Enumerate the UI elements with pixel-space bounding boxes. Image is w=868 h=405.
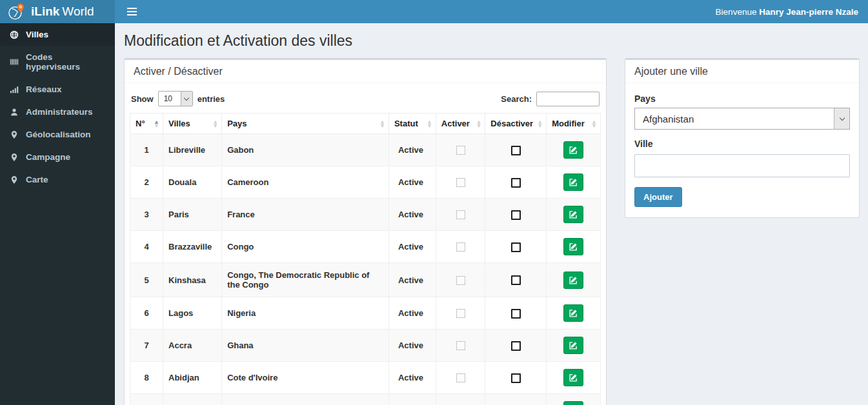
ville-cell: Brazzaville <box>163 231 222 263</box>
show-label: Show <box>131 94 154 104</box>
sidebar-item-label: Campagne <box>26 152 70 162</box>
sidebar-item-label: Codes hyperviseurs <box>26 52 105 72</box>
sidebar-item-campagne[interactable]: Campagne <box>0 146 115 168</box>
modifier-button[interactable] <box>563 272 583 289</box>
column-header-desactiver[interactable]: Désactiver▲▼ <box>485 114 547 134</box>
modifier-cell <box>547 330 601 362</box>
desactiver-cell <box>485 394 547 405</box>
sidebar-toggle-menu-icon[interactable] <box>125 4 139 19</box>
sort-icon: ▲▼ <box>537 120 543 128</box>
sort-icon: ▲▼ <box>212 120 218 128</box>
column-header-label: Pays <box>227 119 247 128</box>
sidebar-item-codes-hyperviseurs[interactable]: Codes hyperviseurs <box>0 46 115 78</box>
modifier-button[interactable] <box>563 304 583 322</box>
table-row: 2DoualaCameroonActive <box>130 166 601 199</box>
activer-checkbox <box>456 210 465 219</box>
page-length-select[interactable]: 10 <box>158 91 193 106</box>
column-header-label: Activer <box>441 119 470 128</box>
modifier-cell <box>547 166 601 199</box>
sort-icon: ▲▼ <box>591 120 597 128</box>
ville-label: Ville <box>634 139 850 149</box>
sort-icon: ▲▼ <box>154 120 159 128</box>
ville-cell: Lagos <box>163 297 222 330</box>
globe-icon <box>10 30 19 39</box>
activer-cell <box>436 297 485 330</box>
signal-bars-icon <box>10 85 19 94</box>
page-title: Modification et Activation des villes <box>124 32 860 50</box>
modifier-cell <box>547 297 601 330</box>
column-header-n[interactable]: N°▲▼ <box>130 114 163 134</box>
user-icon <box>10 108 19 117</box>
statut-cell: Active <box>389 134 436 166</box>
add-city-panel: Ajouter une ville Pays Afghanistan Ville… <box>625 58 860 218</box>
table-row: 7AccraGhanaActive <box>130 330 601 362</box>
activer-checkbox <box>456 276 465 285</box>
column-header-statut[interactable]: Statut▲▼ <box>389 114 436 134</box>
desactiver-cell <box>485 330 547 362</box>
pays-cell: France <box>222 199 389 231</box>
ville-cell: Douala <box>163 166 222 199</box>
sidebar-item-administrateurs[interactable]: Administrateurs <box>0 101 115 123</box>
sidebar-menu: VillesCodes hyperviseursRéseauxAdministr… <box>0 23 115 191</box>
desactiver-cell <box>485 199 547 231</box>
sidebar-item-villes[interactable]: Villes <box>0 23 115 46</box>
ville-input[interactable] <box>634 154 850 177</box>
sidebar-item-label: Administrateurs <box>26 107 93 117</box>
row-number-cell: 7 <box>130 330 163 362</box>
modifier-button[interactable] <box>563 206 583 223</box>
desactiver-checkbox[interactable] <box>511 275 521 285</box>
cities-table: N°▲▼Villes▲▼Pays▲▼Statut▲▼Activer▲▼Désac… <box>130 113 601 405</box>
statut-cell: Active <box>389 263 436 297</box>
edit-icon <box>569 178 578 186</box>
row-number-cell: 6 <box>130 297 163 330</box>
modifier-button[interactable] <box>563 173 583 191</box>
column-header-activer[interactable]: Activer▲▼ <box>436 114 485 134</box>
modifier-button[interactable] <box>563 401 583 405</box>
sidebar-item-reseaux[interactable]: Réseaux <box>0 78 115 101</box>
desactiver-checkbox[interactable] <box>511 341 521 351</box>
column-header-villes[interactable]: Villes▲▼ <box>163 114 222 134</box>
sidebar-item-geolocalisation[interactable]: Géolocalisation <box>0 123 115 146</box>
modifier-button[interactable] <box>563 337 583 354</box>
activer-checkbox <box>456 309 465 318</box>
brand-name-bold: iLink <box>31 5 59 18</box>
table-row: 1LibrevilleGabonActive <box>130 134 601 166</box>
modifier-button[interactable] <box>563 141 583 159</box>
table-panel-title: Activer / Désactiver <box>125 60 606 83</box>
desactiver-checkbox[interactable] <box>511 178 521 188</box>
modifier-button[interactable] <box>563 369 583 386</box>
sidebar-item-carte[interactable]: Carte <box>0 168 115 191</box>
edit-icon <box>569 276 578 284</box>
column-header-pays[interactable]: Pays▲▼ <box>222 114 389 134</box>
pays-cell: Congo, The Democratic Republic of the Co… <box>222 263 389 297</box>
cities-table-panel: Activer / Désactiver Show 10 entries Sea… <box>124 58 607 405</box>
welcome-message: Bienvenue Hanry Jean-pierre Nzale <box>716 7 858 17</box>
ajouter-button[interactable]: Ajouter <box>634 187 682 207</box>
ville-cell: Abidjan <box>163 362 222 394</box>
ville-cell: Accra <box>163 330 222 362</box>
row-number-cell: 5 <box>130 263 163 297</box>
pays-cell: Nigeria <box>222 297 389 330</box>
welcome-prefix: Bienvenue <box>716 7 760 17</box>
desactiver-cell <box>485 134 547 166</box>
brand-logo[interactable]: iLinkWorld <box>0 0 115 23</box>
pays-cell: Cote d'Ivoire <box>222 362 389 394</box>
pays-cell: Cameroon <box>222 166 389 199</box>
activer-cell <box>436 166 485 199</box>
sidebar-item-label: Carte <box>26 175 48 184</box>
desactiver-checkbox[interactable] <box>511 210 521 220</box>
pays-select[interactable]: Afghanistan <box>634 108 850 130</box>
desactiver-checkbox[interactable] <box>511 242 521 252</box>
activer-cell <box>436 231 485 263</box>
desactiver-checkbox[interactable] <box>511 309 521 319</box>
column-header-modifier[interactable]: Modifier▲▼ <box>547 114 601 134</box>
table-row: 4BrazzavilleCongoActive <box>130 231 601 263</box>
row-number-cell: 1 <box>130 134 163 166</box>
column-header-label: Modifier <box>552 119 585 128</box>
search-input[interactable] <box>536 92 600 106</box>
modifier-button[interactable] <box>563 238 583 255</box>
desactiver-checkbox[interactable] <box>511 146 521 155</box>
desactiver-cell <box>485 297 547 330</box>
modifier-cell <box>547 263 601 297</box>
desactiver-checkbox[interactable] <box>511 373 521 383</box>
